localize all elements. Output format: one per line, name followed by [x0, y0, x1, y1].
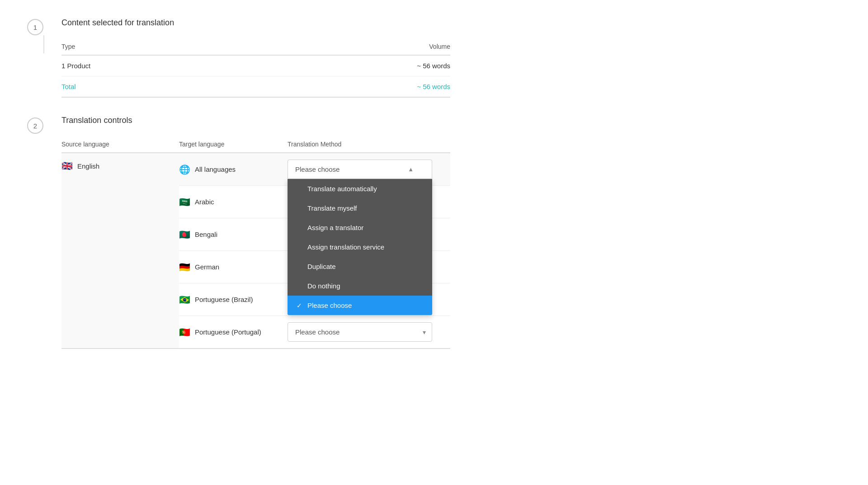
- select-pt-pt[interactable]: Please choose ▾: [288, 322, 432, 342]
- bengali-flag: 🇧🇩: [179, 230, 190, 239]
- step1-content: Content selected for translation Type Vo…: [61, 18, 841, 98]
- target-pt-br-cell: 🇧🇷 Portuguese (Brazil): [179, 283, 288, 316]
- step-connector-1: [43, 35, 44, 53]
- option-label-5: Duplicate: [307, 263, 336, 270]
- dropdown-menu: Translate automatically Translate myself: [288, 179, 432, 315]
- table-row: 1 Product ~ 56 words: [61, 55, 450, 76]
- row-type: 1 Product: [61, 55, 242, 76]
- target-german-cell: 🇩🇪 German: [179, 251, 288, 283]
- pt-pt-select[interactable]: Please choose: [288, 322, 432, 342]
- option-label: Translate automatically: [307, 185, 377, 193]
- option-translate-automatically[interactable]: Translate automatically: [288, 179, 432, 198]
- step2-title: Translation controls: [61, 116, 841, 125]
- check-empty-5: [297, 263, 304, 270]
- arabic-name: Arabic: [195, 198, 214, 206]
- german-name: German: [195, 263, 219, 271]
- option-do-nothing[interactable]: Do nothing: [288, 276, 432, 296]
- dropdown-trigger[interactable]: Please choose ▲: [288, 160, 432, 179]
- step2-section: 2 Translation controls Source language T…: [27, 116, 841, 349]
- dropdown-all-languages[interactable]: Please choose ▲ Translate automatically: [288, 160, 432, 179]
- check-mark: ✓: [297, 302, 304, 309]
- th-target: Target language: [179, 136, 288, 153]
- total-row: Total ~ 56 words: [61, 76, 450, 98]
- page-container: 1 Content selected for translation Type …: [0, 0, 868, 485]
- th-source: Source language: [61, 136, 179, 153]
- option-label-3: Assign a translator: [307, 224, 363, 231]
- dropdown-selected-value: Please choose: [295, 165, 340, 173]
- th-method: Translation Method: [288, 136, 450, 153]
- option-assign-service[interactable]: Assign translation service: [288, 237, 432, 257]
- check-empty-3: [297, 224, 304, 231]
- target-pt-pt-cell: 🇵🇹 Portuguese (Portugal): [179, 316, 288, 349]
- step2-content: Translation controls Source language Tar…: [61, 116, 841, 349]
- target-all-cell: 🌐 All languages: [179, 153, 288, 186]
- option-label-6: Do nothing: [307, 282, 340, 290]
- option-duplicate[interactable]: Duplicate: [288, 257, 432, 276]
- chevron-up-icon: ▲: [408, 166, 414, 173]
- check-empty-2: [297, 205, 304, 212]
- step1-section: 1 Content selected for translation Type …: [27, 18, 841, 98]
- row-all-languages: 🇬🇧 English 🌐 All languages: [61, 153, 450, 186]
- source-name: English: [77, 162, 99, 170]
- step2-number: 2: [27, 118, 43, 134]
- all-lang-flag: 🌐: [179, 165, 190, 174]
- check-empty-4: [297, 244, 304, 251]
- pt-br-flag: 🇧🇷: [179, 295, 190, 304]
- option-label-2: Translate myself: [307, 204, 357, 212]
- pt-pt-flag: 🇵🇹: [179, 328, 190, 337]
- total-label: Total: [61, 76, 242, 98]
- col-volume: Volume: [242, 38, 450, 55]
- method-all-cell: Please choose ▲ Translate automatically: [288, 153, 450, 186]
- content-table: Type Volume 1 Product ~ 56 words Total ~…: [61, 38, 450, 98]
- option-please-choose[interactable]: ✓ Please choose: [288, 296, 432, 315]
- step1-title: Content selected for translation: [61, 18, 841, 28]
- col-type: Type: [61, 38, 242, 55]
- total-value: ~ 56 words: [242, 76, 450, 98]
- check-empty-6: [297, 283, 304, 290]
- option-label-7: Please choose: [307, 301, 352, 309]
- source-flag: 🇬🇧: [61, 161, 73, 170]
- target-arabic-cell: 🇸🇦 Arabic: [179, 186, 288, 218]
- row-volume: ~ 56 words: [242, 55, 450, 76]
- step1-number: 1: [27, 19, 43, 35]
- check-empty: [297, 185, 304, 193]
- pt-pt-name: Portuguese (Portugal): [195, 328, 261, 336]
- all-lang-name: All languages: [195, 165, 236, 173]
- target-bengali-cell: 🇧🇩 Bengali: [179, 218, 288, 251]
- source-lang-cell: 🇬🇧 English: [61, 153, 179, 348]
- translation-table: Source language Target language Translat…: [61, 136, 450, 349]
- pt-br-name: Portuguese (Brazil): [195, 296, 253, 303]
- option-assign-translator[interactable]: Assign a translator: [288, 218, 432, 237]
- arabic-flag: 🇸🇦: [179, 198, 190, 207]
- german-flag: 🇩🇪: [179, 263, 190, 272]
- option-label-4: Assign translation service: [307, 243, 384, 251]
- option-translate-myself[interactable]: Translate myself: [288, 198, 432, 218]
- bengali-name: Bengali: [195, 231, 217, 238]
- method-pt-pt-cell: Please choose ▾: [288, 316, 450, 349]
